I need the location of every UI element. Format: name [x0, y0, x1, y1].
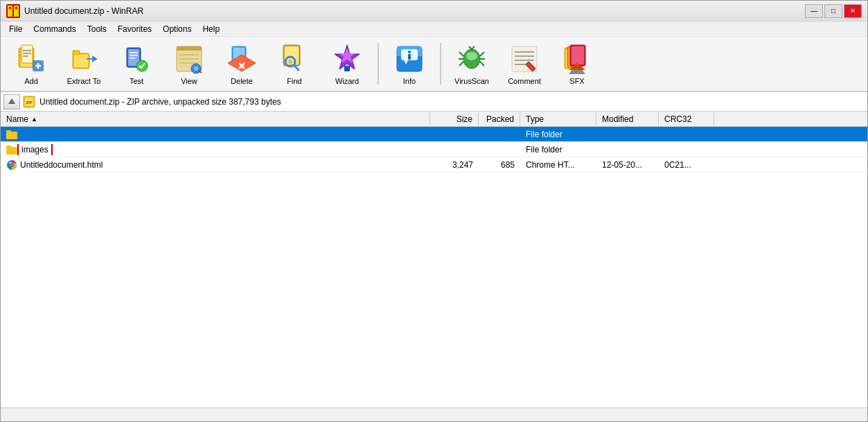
view-button[interactable]: View [164, 39, 214, 89]
comment-button[interactable]: Comment [499, 39, 549, 89]
svg-rect-83 [6, 130, 11, 133]
svg-rect-3 [9, 7, 11, 9]
file-size: 3,247 [430, 160, 479, 170]
svg-rect-7 [21, 45, 33, 63]
table-row[interactable]: images File folder [1, 142, 867, 157]
info-button[interactable]: Info [384, 39, 434, 89]
comment-label: Comment [508, 77, 541, 85]
toolbar-separator-2 [440, 43, 441, 85]
title-controls: — □ ✕ [805, 4, 862, 18]
svg-rect-45 [344, 66, 350, 71]
menu-bar: File Commands Tools Favorites Options He… [1, 21, 867, 37]
col-packed-header[interactable]: Packed [479, 112, 520, 126]
address-bar: ZIP Untitled document.zip - ZIP archive,… [1, 92, 867, 112]
svg-line-60 [480, 62, 484, 66]
col-modified-header[interactable]: Modified [596, 112, 659, 126]
svg-line-55 [459, 52, 463, 56]
svg-rect-75 [572, 46, 584, 64]
column-headers: Name ▲ Size Packed Type Modified CRC32 [1, 112, 867, 127]
file-type: Chrome HT... [520, 160, 596, 170]
virusscan-icon [455, 42, 488, 76]
wizard-button[interactable]: Wizard [322, 39, 372, 89]
status-bar [1, 407, 867, 422]
virusscan-button[interactable]: VirusScan [447, 39, 497, 89]
menu-options[interactable]: Options [157, 23, 197, 35]
minimize-button[interactable]: — [805, 4, 823, 18]
maximize-button[interactable]: □ [824, 4, 842, 18]
table-row[interactable]: Untitleddocument.html 3,247 685 Chrome H… [1, 157, 867, 173]
col-size-header[interactable]: Size [430, 112, 479, 126]
file-type: File folder [520, 130, 596, 139]
extract-to-button[interactable]: Extract To [59, 39, 109, 89]
main-area: Name ▲ Size Packed Type Modified CRC32 [1, 112, 867, 407]
svg-rect-85 [6, 146, 11, 148]
find-button[interactable]: Find [269, 39, 319, 89]
svg-line-58 [480, 52, 484, 56]
menu-file[interactable]: File [3, 23, 28, 35]
file-type: File folder [520, 145, 596, 155]
svg-point-54 [466, 52, 477, 60]
file-name-cell [1, 129, 430, 140]
info-label: Info [403, 77, 416, 85]
file-list: File folder images File folder [1, 127, 867, 407]
title-bar: Untitled document.zip - WinRAR — □ ✕ [1, 1, 867, 21]
navigate-up-button[interactable] [3, 94, 20, 109]
file-name-cell: images [1, 144, 430, 155]
find-label: Find [287, 77, 301, 85]
add-label: Add [24, 77, 38, 85]
test-button[interactable]: Test [112, 39, 161, 89]
delete-label: Delete [231, 77, 253, 85]
file-packed: 685 [479, 160, 520, 170]
svg-marker-18 [92, 55, 98, 62]
folder-icon [6, 144, 17, 155]
toolbar: Add Extract To T [1, 37, 867, 92]
svg-rect-4 [15, 7, 17, 9]
svg-point-42 [288, 60, 292, 64]
menu-tools[interactable]: Tools [82, 23, 112, 35]
title-bar-left: Untitled document.zip - WinRAR [6, 4, 143, 18]
chrome-html-icon [6, 159, 17, 170]
zip-file-icon: ZIP [23, 96, 35, 108]
file-crc: 0C21... [659, 160, 714, 170]
sfx-label: SFX [569, 77, 584, 85]
winrar-app-icon [6, 4, 20, 18]
svg-point-31 [194, 67, 198, 71]
add-icon [15, 42, 48, 76]
col-name-header[interactable]: Name ▲ [1, 112, 430, 126]
info-icon [393, 42, 426, 76]
svg-line-57 [459, 62, 463, 66]
test-label: Test [130, 77, 143, 85]
delete-icon [225, 42, 258, 76]
toolbar-separator [378, 43, 379, 85]
comment-icon [508, 42, 541, 76]
view-label: View [181, 77, 197, 85]
file-name-cell: Untitleddocument.html [1, 159, 430, 170]
view-icon [172, 42, 206, 76]
col-type-header[interactable]: Type [520, 112, 596, 126]
extract-to-icon [67, 42, 100, 76]
col-crc32-header[interactable]: CRC32 [659, 112, 714, 126]
svg-point-51 [408, 51, 411, 53]
svg-rect-15 [73, 51, 80, 55]
wizard-icon [330, 42, 364, 76]
sort-arrow: ▲ [31, 116, 37, 123]
window-title: Untitled document.zip - WinRAR [24, 6, 143, 16]
menu-commands[interactable]: Commands [28, 23, 81, 35]
file-modified: 12-05-20... [596, 160, 659, 170]
virusscan-label: VirusScan [454, 77, 489, 85]
folder-icon [6, 129, 17, 140]
delete-button[interactable]: Delete [217, 39, 267, 89]
close-button[interactable]: ✕ [844, 4, 862, 18]
menu-help[interactable]: Help [197, 23, 225, 35]
menu-favorites[interactable]: Favorites [112, 23, 157, 35]
sfx-icon [560, 42, 594, 76]
wizard-label: Wizard [335, 77, 359, 85]
add-button[interactable]: Add [6, 39, 56, 89]
archive-path: Untitled document.zip - ZIP archive, unp… [39, 97, 281, 107]
svg-point-88 [10, 163, 14, 167]
svg-rect-16 [74, 55, 88, 67]
svg-text:ZIP: ZIP [26, 100, 32, 105]
sfx-button[interactable]: SFX [552, 39, 602, 89]
svg-rect-26 [177, 46, 202, 51]
table-row[interactable]: File folder [1, 127, 867, 142]
